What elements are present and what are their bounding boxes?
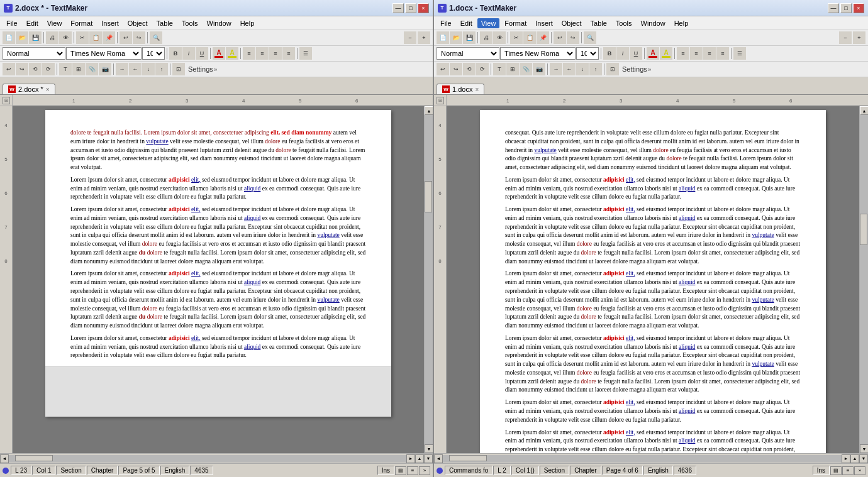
left-hscroll-track[interactable] bbox=[9, 455, 406, 463]
left-tab[interactable]: W 2.docx * × bbox=[3, 84, 55, 94]
right-tab-close[interactable]: × bbox=[475, 86, 479, 93]
right-status-view3[interactable]: » bbox=[854, 466, 865, 475]
right-tb3-btn3[interactable]: ⟲ bbox=[463, 63, 476, 75]
right-btn-redo[interactable]: ↪ bbox=[567, 31, 579, 44]
right-close-btn[interactable]: × bbox=[853, 3, 864, 13]
left-scroll-thumb[interactable] bbox=[425, 181, 432, 212]
right-tb3-btn13[interactable]: ⊡ bbox=[606, 63, 619, 75]
right-scroll-track[interactable] bbox=[860, 115, 868, 444]
right-btn-open[interactable]: 📂 bbox=[450, 31, 462, 44]
right-menu-help[interactable]: Help bbox=[670, 18, 693, 28]
left-tb3-btn1[interactable]: ↩ bbox=[3, 63, 15, 75]
right-tb3-btn8[interactable]: 📷 bbox=[533, 63, 545, 75]
right-color-btn[interactable]: A bbox=[647, 47, 659, 60]
left-btn-find[interactable]: 🔍 bbox=[150, 31, 162, 44]
left-menu-edit[interactable]: Edit bbox=[23, 18, 42, 28]
right-title-buttons[interactable]: — □ × bbox=[828, 3, 864, 13]
left-ruler-corner-icon[interactable]: ⊞ bbox=[3, 97, 10, 104]
right-hscroll-right[interactable]: ► bbox=[842, 454, 850, 463]
left-tb3-btn5[interactable]: T bbox=[59, 63, 72, 75]
left-tb3-btn7[interactable]: 📎 bbox=[86, 63, 98, 75]
right-page-next[interactable]: ▼ bbox=[859, 454, 868, 463]
right-tb3-btn4[interactable]: ⟳ bbox=[476, 63, 489, 75]
left-page-prev[interactable]: ▲ bbox=[415, 454, 424, 463]
left-menu-view[interactable]: View bbox=[43, 18, 66, 28]
right-tb3-btn9[interactable]: → bbox=[550, 63, 562, 75]
right-ruler-corner-icon[interactable]: ⊞ bbox=[437, 97, 444, 104]
right-menu-tools[interactable]: Tools bbox=[612, 18, 636, 28]
left-style-dropdown[interactable]: Normal bbox=[3, 47, 65, 60]
left-tb3-btn12[interactable]: ↑ bbox=[155, 63, 168, 75]
right-scroll-down[interactable]: ▼ bbox=[860, 444, 868, 453]
right-tab[interactable]: W 1.docx × bbox=[437, 84, 484, 94]
right-scroll-up[interactable]: ▲ bbox=[860, 106, 868, 115]
left-tb3-btn9[interactable]: → bbox=[116, 63, 128, 75]
right-minimize-btn[interactable]: — bbox=[828, 3, 839, 13]
right-btn-copy[interactable]: 📋 bbox=[523, 31, 536, 44]
left-minimize-btn[interactable]: — bbox=[392, 3, 404, 13]
right-tb3-btn7[interactable]: 📎 bbox=[520, 63, 532, 75]
left-highlight-btn[interactable]: A bbox=[226, 47, 238, 60]
left-list-btn[interactable]: ☰ bbox=[299, 47, 312, 60]
left-maximize-btn[interactable]: □ bbox=[405, 3, 416, 13]
right-align-justify-btn[interactable]: ≡ bbox=[716, 47, 729, 60]
left-align-center-btn[interactable]: ≡ bbox=[256, 47, 269, 60]
left-btn-paste[interactable]: 📌 bbox=[103, 31, 115, 44]
left-btn-undo[interactable]: ↩ bbox=[120, 31, 132, 44]
left-btn-cut[interactable]: ✂ bbox=[76, 31, 89, 44]
left-status-view3[interactable]: » bbox=[419, 466, 430, 475]
right-list-btn[interactable]: ☰ bbox=[733, 47, 746, 60]
left-menu-table[interactable]: Table bbox=[153, 18, 177, 28]
left-menu-file[interactable]: File bbox=[3, 18, 21, 28]
left-btn-copy[interactable]: 📋 bbox=[89, 31, 102, 44]
left-menu-format[interactable]: Format bbox=[67, 18, 96, 28]
left-align-left-btn[interactable]: ≡ bbox=[243, 47, 255, 60]
left-tb3-btn6[interactable]: ⊞ bbox=[72, 63, 85, 75]
right-highlight-btn[interactable]: A bbox=[660, 47, 672, 60]
right-align-right-btn[interactable]: ≡ bbox=[703, 47, 716, 60]
right-menu-file[interactable]: File bbox=[437, 18, 455, 28]
right-btn-new[interactable]: 📄 bbox=[437, 31, 449, 44]
right-status-view2[interactable]: ≡ bbox=[842, 466, 854, 475]
left-page-scroll[interactable]: dolore te feugait nulla facilisi. Lorem … bbox=[13, 106, 424, 453]
right-btn-paste[interactable]: 📌 bbox=[537, 31, 549, 44]
right-tb3-btn6[interactable]: ⊞ bbox=[506, 63, 519, 75]
left-size-dropdown[interactable]: 10 bbox=[142, 47, 165, 60]
left-color-btn[interactable]: A bbox=[213, 47, 225, 60]
left-btn-preview[interactable]: 👁 bbox=[59, 31, 72, 44]
right-align-center-btn[interactable]: ≡ bbox=[690, 47, 703, 60]
left-scroll-track[interactable] bbox=[425, 115, 433, 444]
left-close-btn[interactable]: × bbox=[418, 3, 429, 13]
left-page-next[interactable]: ▼ bbox=[424, 454, 433, 463]
left-font-dropdown[interactable]: Times New Roma bbox=[66, 47, 142, 60]
right-font-dropdown[interactable]: Times New Roma bbox=[500, 47, 576, 60]
left-btn-zoom-out[interactable]: − bbox=[404, 31, 416, 44]
right-menu-edit[interactable]: Edit bbox=[457, 18, 476, 28]
left-btn-open[interactable]: 📂 bbox=[16, 31, 28, 44]
right-tb3-btn5[interactable]: T bbox=[493, 63, 506, 75]
left-btn-zoom-in[interactable]: + bbox=[418, 31, 430, 44]
right-tb3-btn12[interactable]: ↑ bbox=[589, 63, 602, 75]
left-tb3-btn3[interactable]: ⟲ bbox=[29, 63, 42, 75]
left-align-right-btn[interactable]: ≡ bbox=[269, 47, 282, 60]
right-btn-print[interactable]: 🖨 bbox=[480, 31, 492, 44]
left-btn-save[interactable]: 💾 bbox=[29, 31, 42, 44]
right-scroll-thumb[interactable] bbox=[860, 214, 867, 245]
right-tb3-btn1[interactable]: ↩ bbox=[437, 63, 449, 75]
left-tb3-btn4[interactable]: ⟳ bbox=[42, 63, 55, 75]
right-align-left-btn[interactable]: ≡ bbox=[677, 47, 689, 60]
right-menu-format[interactable]: Format bbox=[501, 18, 530, 28]
left-scroll-up[interactable]: ▲ bbox=[425, 106, 433, 115]
right-menu-table[interactable]: Table bbox=[587, 18, 611, 28]
right-maximize-btn[interactable]: □ bbox=[840, 3, 852, 13]
left-tb3-btn11[interactable]: ↓ bbox=[142, 63, 155, 75]
right-page-scroll[interactable]: consequat. Quis aute iure reprehenderit … bbox=[447, 106, 859, 453]
right-hscroll-track[interactable] bbox=[443, 455, 842, 463]
right-hscroll-left[interactable]: ◄ bbox=[434, 454, 443, 463]
right-underline-btn[interactable]: U bbox=[630, 47, 642, 60]
right-style-dropdown[interactable]: Normal bbox=[437, 47, 499, 60]
left-menu-help[interactable]: Help bbox=[236, 18, 259, 28]
left-btn-print[interactable]: 🖨 bbox=[46, 31, 58, 44]
left-title-buttons[interactable]: — □ × bbox=[392, 3, 429, 13]
left-scroll-down[interactable]: ▼ bbox=[425, 444, 433, 453]
